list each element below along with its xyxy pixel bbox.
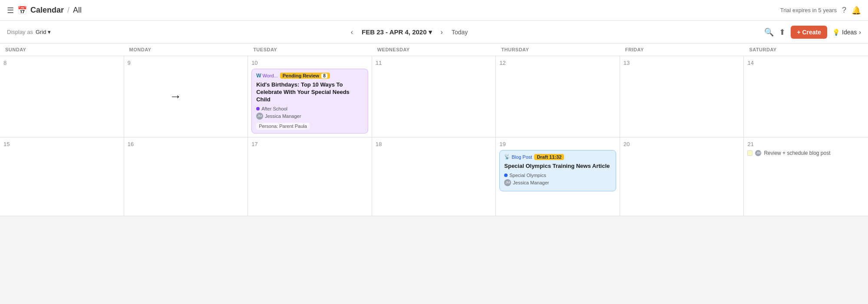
top-nav: ☰ 📅 Calendar / All Trial expires in 5 ye… (0, 0, 868, 21)
avatar-jessica-2: JM (504, 179, 511, 186)
trial-text: Trial expires in 5 years (780, 7, 837, 13)
avatar-jessica: JM (256, 113, 263, 120)
share-button[interactable]: ⬆ (779, 27, 785, 37)
grid-dropdown[interactable]: Grid ▾ (36, 29, 51, 35)
day-21[interactable]: 21 JM Review + schedule blog post (744, 137, 868, 216)
day-10[interactable]: 10 W Word... Pending Review 8 Kid's Birt… (248, 56, 372, 137)
display-as-label: Display as (7, 29, 33, 35)
draft-time: 11:32 (549, 154, 561, 160)
event-tag-olympics: Special Olympics (504, 173, 611, 178)
task-avatar: JM (755, 150, 761, 156)
day-number-14: 14 (747, 60, 865, 66)
chevron-down-icon: ▾ (429, 28, 432, 36)
week-row-1: → 8 9 10 W Word... Pending Review 8 Kid'… (0, 56, 868, 137)
nav-title: Calendar (30, 6, 64, 15)
ideas-button[interactable]: 💡 Ideas › (832, 29, 861, 36)
header-sunday: SUNDAY (0, 43, 124, 56)
chevron-down-icon: ▾ (48, 29, 51, 35)
notifications-button[interactable]: 🔔 (851, 6, 861, 15)
blog-post-platform: 📡 Blog Post (504, 154, 532, 160)
help-button[interactable]: ? (842, 6, 846, 15)
day-number-15: 15 (3, 141, 120, 147)
event-author-jessica-2: JM Jessica Manager (504, 179, 611, 186)
pending-count: 8 (321, 73, 327, 78)
day-number-11: 11 (376, 60, 492, 66)
nav-separator: / (67, 6, 69, 15)
platform-label: W Word... (256, 73, 278, 79)
create-button[interactable]: + Create (791, 26, 827, 39)
event-title-olympics: Special Olympics Training News Article (504, 163, 611, 170)
day-13: 13 (620, 56, 744, 137)
toolbar-right: 🔍 ⬆ + Create 💡 Ideas › (764, 26, 861, 39)
lightbulb-icon: 💡 (832, 29, 840, 36)
week-row-2: 15 16 17 18 19 📡 Blog Post Draft 11:32 (0, 137, 868, 216)
next-button[interactable]: › (437, 27, 446, 38)
day-number-12: 12 (499, 60, 616, 66)
event-author-jessica: JM Jessica Manager (256, 113, 363, 120)
calendar-grid: SUNDAY MONDAY TUESDAY WEDNESDAY THURSDAY… (0, 43, 868, 216)
ideas-label: Ideas (842, 29, 857, 36)
task-checkbox[interactable] (747, 150, 752, 156)
today-button[interactable]: Today (452, 29, 468, 36)
day-number-10: 10 (251, 60, 368, 66)
date-range[interactable]: FEB 23 - APR 4, 2020 ▾ (362, 28, 432, 36)
day-19[interactable]: 19 📡 Blog Post Draft 11:32 Special Olymp… (496, 137, 620, 216)
day-20: 20 (620, 137, 744, 216)
header-tuesday: TUESDAY (248, 43, 372, 56)
chevron-right-icon: › (859, 29, 861, 36)
nav-left: ☰ 📅 Calendar / All (7, 6, 82, 15)
day-12: 12 (496, 56, 620, 137)
day-number-18: 18 (376, 141, 492, 147)
day-headers: SUNDAY MONDAY TUESDAY WEDNESDAY THURSDAY… (0, 43, 868, 56)
header-monday: MONDAY (124, 43, 248, 56)
day-9: 9 (124, 56, 248, 137)
task-review-schedule[interactable]: JM Review + schedule blog post (747, 150, 865, 156)
tag-dot-icon (256, 107, 260, 110)
event-tag-after-school: After School (256, 106, 363, 111)
day-15: 15 (0, 137, 124, 216)
grid-label: Grid (36, 29, 46, 35)
day-number-13: 13 (624, 60, 740, 66)
day-number-21: 21 (747, 141, 865, 147)
day-number-8: 8 (3, 60, 120, 66)
toolbar-center: ‹ FEB 23 - APR 4, 2020 ▾ › Today (347, 27, 468, 38)
draft-badge: Draft 11:32 (534, 154, 564, 160)
header-saturday: SATURDAY (744, 43, 868, 56)
day-18: 18 (372, 137, 496, 216)
nav-right: Trial expires in 5 years ? 🔔 (780, 6, 861, 15)
prev-button[interactable]: ‹ (347, 27, 356, 38)
day-number-17: 17 (251, 141, 368, 147)
toolbar: Display as Grid ▾ ‹ FEB 23 - APR 4, 2020… (0, 21, 868, 43)
day-11: 11 (372, 56, 496, 137)
wordpress-icon: W (256, 73, 261, 79)
header-wednesday: WEDNESDAY (372, 43, 496, 56)
task-label: Review + schedule blog post (764, 150, 830, 156)
day-16: 16 (124, 137, 248, 216)
toolbar-left: Display as Grid ▾ (7, 29, 51, 35)
search-button[interactable]: 🔍 (764, 27, 774, 37)
day-17: 17 (248, 137, 372, 216)
day-number-16: 16 (128, 141, 244, 147)
persona-tag: Persona: Parent Paula (256, 123, 310, 130)
tag-dot-icon (504, 174, 508, 177)
rss-icon: 📡 (504, 154, 510, 160)
event-title-kids: Kid's Birthdays: Top 10 Ways To Celebrat… (256, 81, 363, 104)
event-card-special-olympics[interactable]: 📡 Blog Post Draft 11:32 Special Olympics… (499, 150, 616, 191)
event-header: W Word... Pending Review 8 (256, 73, 363, 79)
pending-review-badge: Pending Review 8 (280, 73, 330, 79)
day-number-20: 20 (624, 141, 740, 147)
event-card-kids-birthdays[interactable]: W Word... Pending Review 8 Kid's Birthda… (251, 69, 368, 134)
header-friday: FRIDAY (620, 43, 744, 56)
calendar-icon: 📅 (17, 6, 27, 15)
header-thursday: THURSDAY (496, 43, 620, 56)
day-14: 14 (744, 56, 868, 137)
hamburger-icon[interactable]: ☰ (7, 6, 14, 15)
event-header-olympics: 📡 Blog Post Draft 11:32 (504, 154, 611, 160)
nav-view: All (73, 6, 82, 15)
day-number-9: 9 (128, 60, 244, 66)
day-number-19: 19 (499, 141, 616, 147)
day-8: 8 (0, 56, 124, 137)
